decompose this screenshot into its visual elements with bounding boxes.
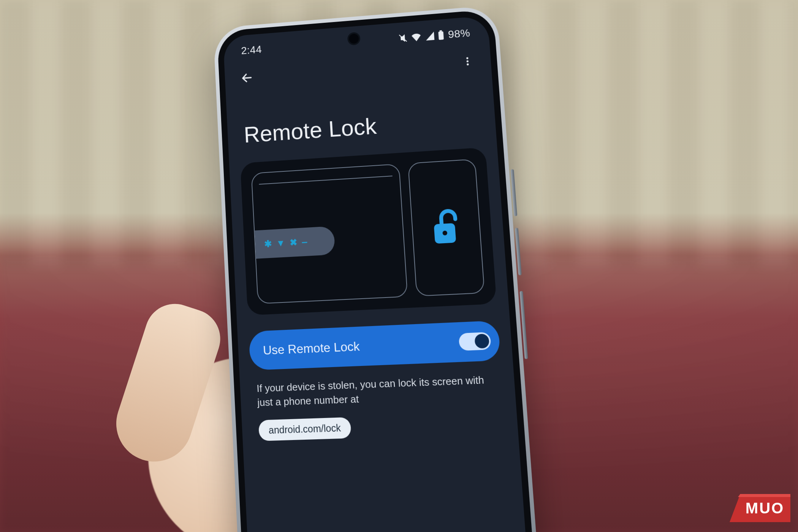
- power-button: [520, 291, 528, 359]
- illustration-symbol-dash-icon: –: [301, 236, 308, 248]
- battery-icon: [438, 30, 445, 40]
- svg-point-4: [467, 63, 469, 66]
- toggle-switch[interactable]: [458, 332, 491, 351]
- description-text: If your device is stolen, you can lock i…: [256, 373, 498, 410]
- muo-watermark: MUO: [730, 491, 790, 525]
- status-time: 2:44: [241, 43, 262, 57]
- illustration-symbol-asterisk-icon: ✱: [264, 238, 272, 249]
- more-vertical-icon: [462, 55, 473, 67]
- illustration-symbol-x-icon: ✖: [289, 237, 297, 248]
- svg-point-3: [467, 60, 469, 63]
- illustration-card: ✱ ▼ ✖ –: [240, 147, 497, 315]
- arrow-left-icon: [241, 71, 253, 85]
- wifi-icon: [411, 33, 421, 42]
- mute-icon: [398, 33, 408, 43]
- phone-device: 2:44 98%: [213, 5, 539, 532]
- illustration-input-field: ✱ ▼ ✖ –: [255, 226, 335, 258]
- battery-percentage: 98%: [448, 27, 470, 41]
- muo-watermark-text: MUO: [730, 491, 790, 525]
- illustration-browser-panel: ✱ ▼ ✖ –: [251, 164, 408, 304]
- svg-rect-1: [440, 30, 442, 32]
- phone-screen: 2:44 98%: [223, 16, 528, 532]
- cellular-signal-icon: [425, 32, 435, 41]
- overflow-menu-button[interactable]: [458, 51, 477, 71]
- toggle-label: Use Remote Lock: [263, 339, 360, 358]
- unlock-icon: [429, 207, 463, 248]
- svg-rect-0: [439, 31, 444, 40]
- volume-up-button: [511, 169, 517, 216]
- use-remote-lock-toggle-row[interactable]: Use Remote Lock: [249, 320, 501, 370]
- toggle-switch-thumb: [474, 334, 489, 348]
- illustration-symbol-triangle-icon: ▼: [276, 238, 285, 249]
- svg-point-2: [466, 57, 469, 59]
- remote-lock-url-chip[interactable]: android.com/lock: [258, 417, 352, 441]
- back-button[interactable]: [238, 68, 256, 87]
- volume-down-button: [515, 228, 522, 275]
- illustration-phone-panel: [408, 159, 485, 296]
